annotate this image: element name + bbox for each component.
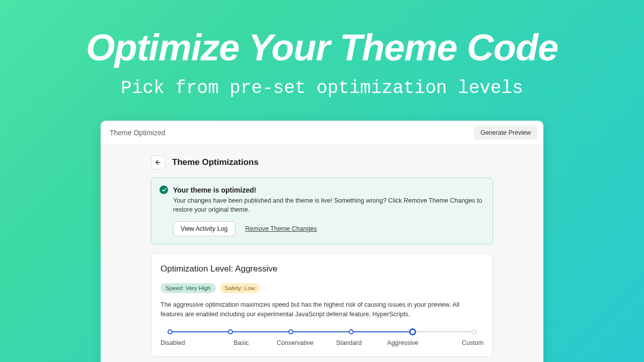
app-header: Theme Optimized Generate Preview xyxy=(101,121,543,145)
slider-tick[interactable] xyxy=(288,329,293,334)
optimization-level-card: Optimization Level: Aggressive Speed: Ve… xyxy=(151,253,493,357)
slider-label: Custom xyxy=(430,339,484,346)
safety-badge: Safety: Low xyxy=(220,283,260,293)
slider-tick[interactable] xyxy=(228,329,233,334)
banner-title: Your theme is optimized! xyxy=(173,186,256,194)
slider-label: Conservative xyxy=(268,339,322,346)
level-description: The aggressive optimization maximizes sp… xyxy=(160,300,484,319)
speed-badge: Speed: Very High xyxy=(160,283,216,293)
generate-preview-button[interactable]: Generate Preview xyxy=(474,126,537,140)
slider-label: Basic xyxy=(214,339,268,346)
app-panel: Theme Optimized Generate Preview Theme O… xyxy=(101,121,543,362)
slider-label: Standard xyxy=(322,339,376,346)
slider-tick[interactable] xyxy=(409,328,416,335)
remove-theme-changes-link[interactable]: Remove Theme Changes xyxy=(246,225,317,232)
slider-label: Aggressive xyxy=(376,339,430,346)
check-circle-icon xyxy=(159,186,168,194)
view-activity-log-button[interactable]: View Activity Log xyxy=(173,221,235,236)
hero-title: Optimize Your Theme Code xyxy=(0,26,644,69)
slider-label: Disabled xyxy=(160,339,214,346)
arrow-left-icon xyxy=(154,159,162,166)
level-slider[interactable] xyxy=(160,331,484,332)
slider-tick[interactable] xyxy=(349,329,354,334)
hero-subtitle: Pick from pre-set optimization levels xyxy=(0,78,644,99)
page-header: Theme Optimizations xyxy=(151,155,493,169)
level-title: Optimization Level: Aggressive xyxy=(160,264,484,274)
content-area: Theme Optimizations Your theme is optimi… xyxy=(101,145,543,362)
app-name: Theme Optimized xyxy=(107,129,165,137)
slider-tick[interactable] xyxy=(168,329,173,334)
page-title: Theme Optimizations xyxy=(172,157,259,167)
back-button[interactable] xyxy=(151,155,165,169)
success-banner: Your theme is optimized! Your changes ha… xyxy=(151,177,493,244)
slider-tick[interactable] xyxy=(471,329,476,334)
banner-body: Your changes have been published and the… xyxy=(173,196,485,214)
